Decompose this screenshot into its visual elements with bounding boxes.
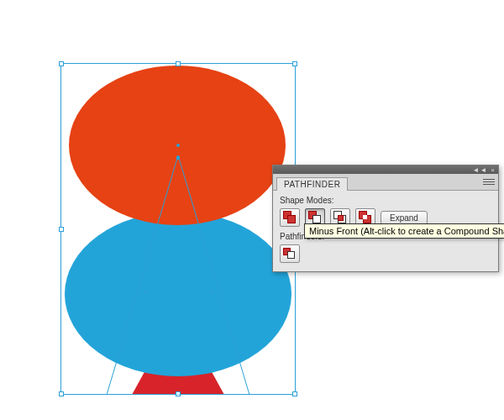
resize-handle[interactable] xyxy=(59,61,64,66)
resize-handle[interactable] xyxy=(59,391,64,396)
panel-flyout-menu-icon[interactable] xyxy=(483,176,495,186)
tab-pathfinder[interactable]: PATHFINDER xyxy=(276,177,348,191)
shape-modes-label: Shape Modes: xyxy=(280,196,491,205)
panel-topbar[interactable]: ◄◄ × xyxy=(273,165,498,174)
exclude-icon xyxy=(359,211,372,224)
resize-handle[interactable] xyxy=(292,61,297,66)
intersect-icon xyxy=(333,211,347,224)
pathfinder-panel[interactable]: ◄◄ × PATHFINDER Shape Modes: Expand Path… xyxy=(272,165,499,272)
divide-button[interactable] xyxy=(280,244,300,263)
unite-button[interactable] xyxy=(280,208,300,227)
resize-handle[interactable] xyxy=(292,391,297,396)
tooltip-text: Minus Front (Alt-click to create a Compo… xyxy=(309,226,504,236)
unite-icon xyxy=(283,211,297,224)
tooltip: Minus Front (Alt-click to create a Compo… xyxy=(304,223,504,239)
expand-button[interactable]: Expand xyxy=(381,211,428,225)
panel-collapse-icon[interactable]: ◄◄ xyxy=(472,166,487,174)
panel-close-icon[interactable]: × xyxy=(491,166,496,174)
panel-tabstrip: PATHFINDER xyxy=(273,174,498,191)
orange-ellipse-shape[interactable] xyxy=(69,66,286,225)
divide-icon xyxy=(283,248,297,260)
minus-front-icon xyxy=(308,211,322,224)
resize-handle[interactable] xyxy=(59,227,64,232)
blue-ellipse-shape[interactable] xyxy=(65,212,291,376)
